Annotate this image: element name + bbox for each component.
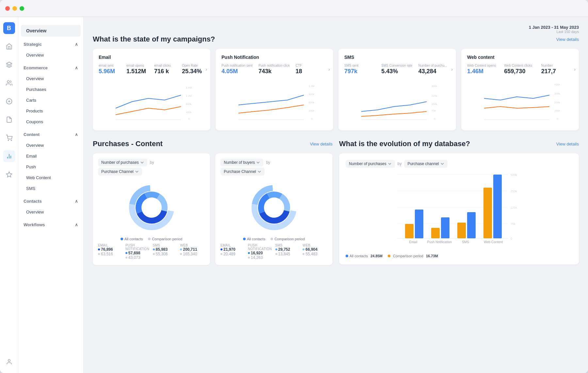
chart-icon[interactable] bbox=[3, 150, 15, 162]
campaign-web-metrics: Web Content opens 1.46M Web Content clic… bbox=[467, 64, 573, 75]
db-panel: What is the evolution of my database? Vi… bbox=[339, 140, 579, 265]
close-button[interactable] bbox=[5, 6, 10, 11]
purchases-view-details[interactable]: View details bbox=[310, 142, 333, 146]
sidebar-group-workflows[interactable]: Workflows ∧ bbox=[18, 220, 83, 230]
legend-dot-gray-2 bbox=[270, 238, 273, 240]
svg-text:300k: 300k bbox=[554, 92, 560, 95]
sidebar-item-contacts-overview[interactable]: Overview bbox=[21, 207, 81, 217]
metric-value: 5.96M bbox=[99, 68, 121, 75]
sidebar-group-content[interactable]: Content ∧ bbox=[18, 129, 83, 140]
legend-comparison-2: Comparison period bbox=[270, 237, 305, 241]
metric-value: 659,730 bbox=[504, 68, 536, 75]
metric-label: Push notification click bbox=[258, 64, 290, 67]
stat-push-2: PUSH NOTIFICATION 16,920 14,263 bbox=[248, 244, 273, 260]
metric-label: SMS sent bbox=[344, 64, 376, 67]
bar-num-purchases-dropdown[interactable]: Number of purchases bbox=[346, 160, 395, 168]
sidebar-group-contacts[interactable]: Contacts ∧ bbox=[18, 196, 83, 206]
metric-label: email opens bbox=[126, 64, 149, 67]
sidebar-item-carts[interactable]: Carts bbox=[21, 95, 81, 105]
campaign-push-metrics: Push notification sent 4.05M Push notifi… bbox=[221, 64, 327, 75]
num-purchases-dropdown-1[interactable]: Number of purchases bbox=[98, 159, 147, 166]
donut-chart-2: Number of buyers by Purchase Channel bbox=[215, 153, 333, 265]
cart-icon[interactable] bbox=[3, 132, 15, 144]
campaign-sms-metrics: SMS sent 797k SMS Conversion rate 5.43% … bbox=[344, 64, 450, 75]
bar-by-label: by bbox=[398, 161, 402, 166]
svg-text:800k: 800k bbox=[186, 103, 192, 106]
bar-chart-legend: All contacts 24.85M Comparison period 16… bbox=[346, 254, 572, 258]
purchases-panel: Purchases - Content View details Number … bbox=[93, 140, 333, 265]
svg-rect-83 bbox=[483, 188, 492, 238]
sidebar-item-coupons[interactable]: Coupons bbox=[21, 117, 81, 127]
svg-text:0: 0 bbox=[188, 117, 190, 120]
svg-marker-9 bbox=[6, 172, 12, 177]
campaigns-view-details[interactable]: View details bbox=[556, 37, 579, 42]
svg-text:250k: 250k bbox=[511, 190, 517, 193]
diamond-icon[interactable] bbox=[3, 59, 15, 71]
sidebar-item-sms[interactable]: SMS bbox=[21, 183, 81, 194]
svg-point-0 bbox=[7, 81, 9, 83]
maximize-button[interactable] bbox=[20, 6, 24, 11]
sidebar-group-ecommerce[interactable]: Ecommerce ∧ bbox=[18, 63, 83, 73]
user-icon[interactable] bbox=[3, 356, 15, 368]
metric-value: 1.46M bbox=[467, 68, 499, 75]
stat-email-2: EMAIL 21,970 20,489 bbox=[220, 244, 245, 260]
all-contacts-value: 24.85M bbox=[370, 254, 383, 258]
svg-text:300k: 300k bbox=[309, 109, 315, 112]
metric-value: 5.43% bbox=[381, 68, 413, 75]
campaign-sms-title: SMS bbox=[344, 55, 450, 60]
legend-all-contacts-2: All contacts bbox=[243, 237, 265, 241]
stat-web-2: WEB 66,904 55,483 bbox=[302, 244, 327, 260]
chart2-filter-row: Number of buyers by bbox=[220, 159, 327, 166]
home-icon[interactable] bbox=[3, 41, 15, 52]
people-icon[interactable] bbox=[3, 77, 15, 89]
num-buyers-dropdown[interactable]: Number of buyers bbox=[220, 159, 263, 166]
metric-value: 797k bbox=[344, 68, 376, 75]
sidebar-item-strategic-overview[interactable]: Overview bbox=[21, 50, 81, 60]
document-icon[interactable] bbox=[3, 114, 15, 126]
sidebar-item-products[interactable]: Products bbox=[21, 106, 81, 116]
sidebar-item-overview-top[interactable]: Overview bbox=[21, 25, 81, 37]
sms-chart: 18 jan 18 feb 18 mar 18 apr 18 may 300k … bbox=[344, 79, 450, 125]
svg-text:900k: 900k bbox=[309, 93, 315, 96]
svg-text:1.6M: 1.6M bbox=[186, 86, 192, 89]
minimize-button[interactable] bbox=[12, 6, 17, 11]
sidebar-item-ecommerce-overview[interactable]: Overview bbox=[21, 74, 81, 84]
stat-email: EMAIL 76,896 63,516 bbox=[98, 244, 123, 260]
metric-value: 1.512M bbox=[126, 68, 149, 75]
svg-text:100k: 100k bbox=[554, 109, 560, 112]
db-view-details[interactable]: View details bbox=[556, 142, 579, 146]
chart1-stats: EMAIL 76,896 63,516 PUSH NOTIFICATION 57… bbox=[98, 244, 205, 260]
sidebar-item-content-overview[interactable]: Overview bbox=[21, 140, 81, 150]
svg-text:150k: 150k bbox=[432, 103, 437, 106]
svg-text:1.2M: 1.2M bbox=[186, 94, 192, 97]
purchase-channel-dropdown-2[interactable]: Purchase Channel bbox=[220, 168, 265, 176]
sidebar-item-purchases[interactable]: Purchases bbox=[21, 84, 81, 94]
legend-dot-blue bbox=[121, 238, 123, 240]
svg-rect-81 bbox=[457, 223, 466, 238]
crosshair-icon[interactable] bbox=[3, 95, 15, 107]
purchase-channel-dropdown-1[interactable]: Purchase Channel bbox=[98, 168, 142, 176]
svg-rect-77 bbox=[405, 224, 414, 238]
svg-text:300k: 300k bbox=[432, 85, 437, 88]
stat-sms: SMS 85,983 55,308 bbox=[153, 244, 178, 260]
svg-text:0: 0 bbox=[311, 117, 313, 120]
legend-comparison: Comparison period bbox=[148, 237, 182, 241]
sidebar-item-web-content[interactable]: Web Content bbox=[21, 173, 81, 183]
campaign-push-title: Push Notification bbox=[221, 55, 327, 60]
header-row: 1 Jan 2023 - 31 May 2023 Last 150 days bbox=[93, 25, 579, 34]
sidebar-group-strategic[interactable]: Strategic ∧ bbox=[18, 39, 83, 49]
bar-purchase-channel-dropdown[interactable]: Purchase channel bbox=[404, 160, 447, 168]
svg-text:600k: 600k bbox=[309, 101, 315, 104]
svg-rect-80 bbox=[441, 217, 449, 238]
metric-label: email sent bbox=[99, 64, 121, 67]
sidebar-item-push[interactable]: Push bbox=[21, 162, 81, 172]
sparkle-icon[interactable] bbox=[3, 169, 15, 180]
stat-push: PUSH NOTIFICATION 57,698 43,073 bbox=[125, 244, 150, 260]
svg-text:Push Notification: Push Notification bbox=[427, 240, 451, 244]
sidebar-item-email[interactable]: Email bbox=[21, 151, 81, 161]
legend-dot-gray bbox=[148, 238, 151, 240]
stat-sms-2: SMS 29,752 13,845 bbox=[275, 244, 300, 260]
donut-chart-1: Number of purchases by Purchase Channel bbox=[93, 153, 210, 265]
metric-value: 18 bbox=[296, 68, 327, 75]
svg-text:0: 0 bbox=[511, 237, 512, 240]
